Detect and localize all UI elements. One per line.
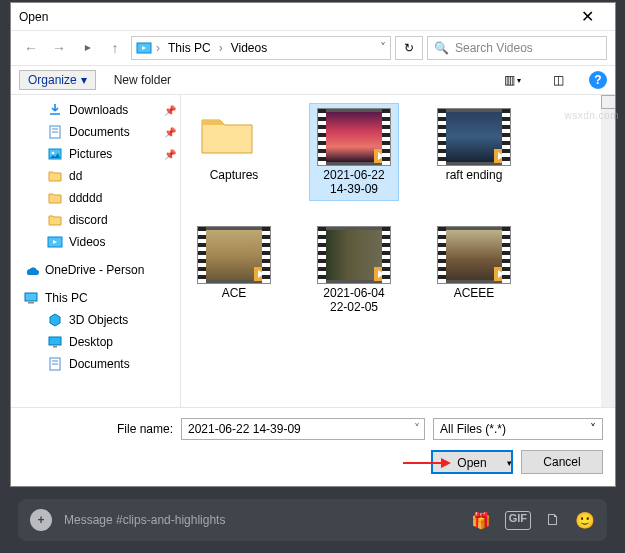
message-placeholder[interactable]: Message #clips-and-highlights [64,513,459,527]
toolbar: Organize ▾ New folder ▥▾ ◫ ? [11,65,615,95]
item-label: ACE [222,286,247,300]
attach-button[interactable]: + [30,509,52,531]
folder-icon [47,212,63,228]
view-mode-button[interactable]: ▥▾ [499,69,525,91]
tree-item[interactable]: dd [11,165,180,187]
filename-dropdown-icon[interactable]: ˅ [414,422,420,436]
breadcrumb-thispc[interactable]: This PC [164,41,215,55]
search-input[interactable]: 🔍 Search Videos [427,36,607,60]
obj3d-icon [47,312,63,328]
play-badge-icon [374,267,388,281]
dialog-title: Open [19,10,567,24]
help-button[interactable]: ? [589,71,607,89]
refresh-button[interactable]: ↻ [395,36,423,60]
tree-item[interactable]: Documents [11,353,180,375]
nav-tree[interactable]: Downloads📌Documents📌Pictures📌ddddddddisc… [11,95,181,407]
search-placeholder: Search Videos [455,41,533,55]
address-bar[interactable]: › This PC › Videos ˅ [131,36,391,60]
address-dropdown-icon[interactable]: ˅ [380,41,386,55]
emoji-icon[interactable]: 🙂 [575,511,595,530]
doc-icon [47,356,63,372]
video-thumbnail [437,226,511,284]
video-thumbnail [437,108,511,166]
pin-icon: 📌 [164,105,174,116]
tree-item-label: discord [69,213,158,227]
chevron-icon: › [154,41,162,55]
svg-rect-10 [28,302,34,304]
cancel-button[interactable]: Cancel [521,450,603,474]
video-thumbnail [317,108,391,166]
video-item[interactable]: 2021-06-04 22-02-05 [309,221,399,319]
item-label: Captures [210,168,259,182]
preview-pane-button[interactable]: ◫ [545,69,571,91]
tree-item[interactable]: discord [11,209,180,231]
pin-icon: 📌 [164,127,174,138]
download-icon [47,102,63,118]
gif-icon[interactable]: GIF [505,511,531,530]
tree-item[interactable]: 3D Objects [11,309,180,331]
open-split-icon[interactable]: ▾ [507,452,512,474]
chevron-down-icon: ▾ [517,76,521,85]
tree-item-label: dd [69,169,158,183]
video-item[interactable]: ACEEE [429,221,519,319]
video-item[interactable]: raft ending [429,103,519,201]
folder-item[interactable]: Captures [189,103,279,201]
forward-button[interactable]: → [47,40,71,56]
play-badge-icon [494,149,508,163]
tree-item[interactable]: Videos [11,231,180,253]
breadcrumb-videos[interactable]: Videos [227,41,271,55]
tree-item[interactable]: This PC [11,287,180,309]
tree-item[interactable]: Downloads📌 [11,99,180,121]
video-item[interactable]: ACE [189,221,279,319]
preview-icon: ◫ [553,73,564,87]
file-type-filter[interactable]: All Files (*.*) ˅ [433,418,603,440]
svg-rect-9 [25,293,37,301]
svg-point-6 [52,152,55,155]
nav-row: ← → ▾ ↑ › This PC › Videos ˅ ↻ 🔍 Search … [11,31,615,65]
filename-label: File name: [23,422,173,436]
organize-button[interactable]: Organize ▾ [19,70,96,90]
tree-item[interactable]: Documents📌 [11,121,180,143]
up-button[interactable]: ↑ [103,40,127,56]
desktop-icon [47,334,63,350]
chevron-icon: › [217,41,225,55]
video-thumbnail [317,226,391,284]
file-list[interactable]: Captures2021-06-22 14-39-09raft endingAC… [181,95,615,407]
organize-label: Organize [28,73,77,87]
tree-item-label: This PC [45,291,158,305]
tree-item-label: Pictures [69,147,158,161]
scroll-up[interactable]: ▲ [601,95,615,109]
filename-field[interactable] [186,421,414,437]
tree-item[interactable]: Pictures📌 [11,143,180,165]
close-icon[interactable]: ✕ [567,7,607,26]
title-bar: Open ✕ [11,3,615,31]
new-folder-button[interactable]: New folder [114,73,171,87]
back-button[interactable]: ← [19,40,43,56]
open-label: Open [457,456,486,470]
filename-input[interactable]: ˅ [181,418,425,440]
tree-item[interactable]: Desktop [11,331,180,353]
play-badge-icon [494,267,508,281]
dialog-body: Downloads📌Documents📌Pictures📌ddddddddisc… [11,95,615,407]
item-label: raft ending [446,168,503,182]
chevron-down-icon: ▾ [81,73,87,87]
tree-item-label: Downloads [69,103,158,117]
folder-icon [47,168,63,184]
gift-icon[interactable]: 🎁 [471,511,491,530]
sticker-icon[interactable]: 🗋 [545,511,561,530]
tree-item-label: OneDrive - Person [45,263,158,277]
scrollbar[interactable]: ▲ [601,95,615,407]
item-label: ACEEE [454,286,495,300]
video-item[interactable]: 2021-06-22 14-39-09 [309,103,399,201]
pin-icon: 📌 [164,149,174,160]
view-icon: ▥ [504,73,515,87]
item-label: 2021-06-04 22-02-05 [314,286,394,314]
tree-item[interactable]: ddddd [11,187,180,209]
doc-icon [47,124,63,140]
video-icon [47,234,63,250]
recent-dropdown-icon[interactable]: ▾ [80,36,94,60]
tree-item[interactable]: OneDrive - Person [11,259,180,281]
folder-icon [47,190,63,206]
annotation-arrow [403,462,443,464]
videos-icon [136,40,152,56]
